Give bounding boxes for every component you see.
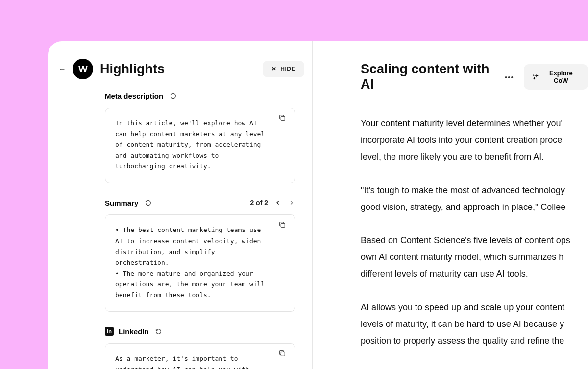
section-head: in LinkedIn	[105, 326, 295, 336]
document-header: Scaling content with AI ••• Explore CoW	[361, 62, 588, 92]
copy-icon[interactable]	[278, 349, 288, 359]
refresh-icon[interactable]	[168, 91, 178, 101]
divider	[361, 107, 588, 107]
section-head: Meta description	[105, 91, 295, 101]
section-title: LinkedIn	[119, 327, 149, 336]
more-options-icon[interactable]: •••	[505, 73, 514, 81]
refresh-icon[interactable]	[143, 198, 153, 208]
copy-icon[interactable]	[278, 114, 288, 124]
chevron-left-icon[interactable]	[274, 199, 282, 206]
linkedin-card: As a marketer, it's important to underst…	[105, 343, 295, 369]
summary-pager: 2 of 2	[250, 199, 295, 207]
highlights-header: ← W Highlights ✕ HIDE	[48, 59, 312, 91]
linkedin-icon: in	[105, 327, 114, 336]
page-title: Highlights	[100, 62, 256, 77]
explore-button-label: Explore CoW	[543, 69, 579, 84]
pager-count: 2 of 2	[250, 199, 268, 207]
section-title: Meta description	[105, 92, 163, 100]
meta-description-text: In this article, we'll explore how AI ca…	[115, 118, 271, 172]
chevron-right-icon[interactable]	[288, 199, 295, 206]
hide-button[interactable]: ✕ HIDE	[263, 61, 304, 77]
magic-wand-icon	[533, 73, 539, 80]
summary-section: Summary 2 of 2 • The b	[48, 198, 312, 326]
refresh-icon[interactable]	[154, 326, 164, 336]
back-arrow-icon[interactable]: ←	[59, 66, 66, 72]
hide-button-label: HIDE	[280, 66, 295, 72]
brand-logo: W	[73, 59, 93, 79]
svg-rect-2	[281, 352, 285, 356]
meta-description-section: Meta description In this article, we'll …	[48, 91, 312, 198]
summary-card: • The best content marketing teams use A…	[105, 214, 295, 312]
meta-description-card: In this article, we'll explore how AI ca…	[105, 108, 295, 183]
section-title: Summary	[105, 199, 138, 207]
document-pane: Scaling content with AI ••• Explore CoW …	[313, 41, 588, 369]
highlights-pane: ← W Highlights ✕ HIDE Meta description I…	[48, 41, 313, 369]
explore-cowrite-button[interactable]: Explore CoW	[524, 64, 588, 90]
copy-icon[interactable]	[278, 221, 288, 231]
svg-rect-1	[281, 224, 285, 228]
linkedin-section: in LinkedIn As a marketer, it's importan…	[48, 326, 312, 369]
document-body: Your content maturity level determines w…	[361, 115, 588, 369]
document-title: Scaling content with AI	[361, 62, 495, 92]
close-icon: ✕	[271, 66, 277, 72]
section-head: Summary 2 of 2	[105, 198, 295, 208]
summary-text: • The best content marketing teams use A…	[115, 225, 271, 300]
app-card: ← W Highlights ✕ HIDE Meta description I…	[48, 41, 588, 369]
linkedin-text: As a marketer, it's important to underst…	[115, 353, 271, 369]
svg-rect-0	[281, 116, 285, 120]
